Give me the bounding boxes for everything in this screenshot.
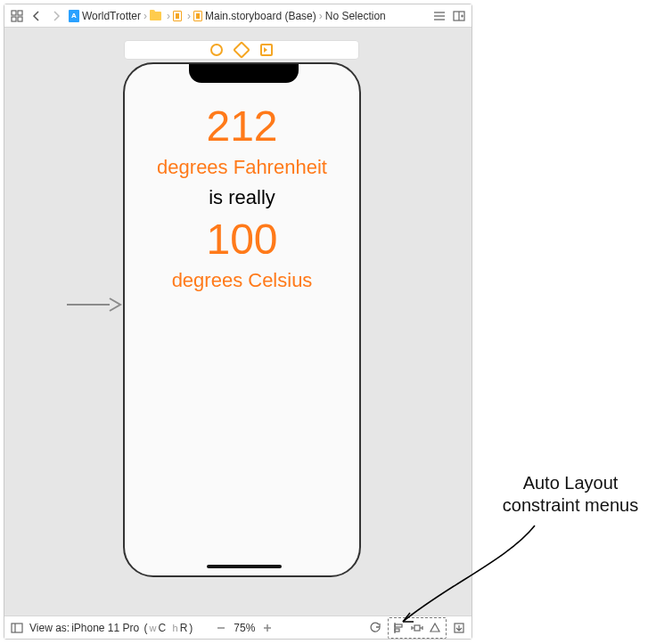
refresh-icon bbox=[369, 622, 381, 634]
svg-rect-0 bbox=[12, 11, 16, 15]
grid-icon bbox=[11, 10, 23, 22]
storyboard-icon bbox=[193, 11, 202, 21]
callout-line-1: Auto Layout bbox=[523, 473, 619, 493]
pin-menu-button[interactable] bbox=[408, 619, 426, 637]
breadcrumb-label: No Selection bbox=[325, 10, 386, 22]
is-really-label[interactable]: is really bbox=[209, 186, 275, 209]
plus-icon bbox=[262, 623, 273, 633]
size-class-w: C bbox=[159, 622, 167, 634]
related-items-button[interactable] bbox=[8, 7, 26, 25]
zoom-in-button[interactable] bbox=[258, 619, 276, 637]
breadcrumb-project[interactable]: WorldTrotter bbox=[67, 10, 143, 22]
nav-back-button[interactable] bbox=[28, 7, 45, 25]
lines-icon bbox=[433, 11, 446, 21]
celsius-unit-label[interactable]: degrees Celsius bbox=[172, 269, 313, 292]
project-icon bbox=[69, 10, 79, 22]
svg-rect-20 bbox=[414, 625, 420, 631]
svg-rect-17 bbox=[395, 624, 402, 627]
resolve-icon bbox=[429, 622, 441, 634]
add-editor-button[interactable] bbox=[450, 7, 468, 25]
view-as-control[interactable]: View as: iPhone 11 Pro ( w C h R ) bbox=[29, 622, 193, 634]
svg-rect-12 bbox=[12, 624, 22, 632]
breadcrumb-label: Main.storyboard (Base) bbox=[205, 10, 316, 22]
svg-rect-2 bbox=[12, 17, 16, 21]
breadcrumb-selection[interactable]: No Selection bbox=[324, 10, 388, 22]
resolve-issues-button[interactable] bbox=[426, 619, 444, 637]
fahrenheit-unit-label[interactable]: degrees Fahrenheit bbox=[157, 156, 327, 179]
split-icon bbox=[453, 11, 465, 21]
minus-icon bbox=[216, 623, 226, 633]
zoom-level-label[interactable]: 75% bbox=[234, 622, 255, 634]
view-controller-icon[interactable] bbox=[210, 44, 223, 56]
embed-in-button[interactable] bbox=[450, 619, 468, 637]
folder-icon bbox=[150, 12, 161, 20]
scene-content: 212 degrees Fahrenheit is really 100 deg… bbox=[125, 103, 359, 292]
device-name: iPhone 11 Pro bbox=[71, 622, 139, 634]
size-class-h-prefix: h bbox=[173, 623, 178, 633]
size-class-w-prefix: w bbox=[150, 623, 157, 633]
celsius-value-label[interactable]: 100 bbox=[206, 216, 277, 264]
breadcrumb-file-1[interactable] bbox=[171, 11, 186, 21]
storyboard-canvas[interactable]: 212 degrees Fahrenheit is really 100 deg… bbox=[4, 28, 472, 615]
home-indicator bbox=[207, 565, 282, 568]
breadcrumb: WorldTrotter › › › Main.storyboard (Base… bbox=[67, 10, 429, 22]
update-frames-button[interactable] bbox=[366, 619, 384, 637]
fahrenheit-value-label[interactable]: 212 bbox=[206, 103, 277, 151]
callout-line-2: constraint menus bbox=[503, 495, 638, 515]
document-outline-toggle[interactable] bbox=[8, 619, 26, 637]
first-responder-icon[interactable] bbox=[235, 44, 248, 56]
jump-bar-tools bbox=[430, 7, 468, 25]
breadcrumb-folder[interactable] bbox=[148, 12, 166, 20]
svg-rect-3 bbox=[18, 17, 22, 21]
svg-rect-1 bbox=[18, 11, 22, 15]
nav-forward-button[interactable] bbox=[47, 7, 65, 25]
size-class-h: R bbox=[180, 622, 188, 634]
view-as-prefix: View as: bbox=[29, 622, 70, 634]
zoom-out-button[interactable] bbox=[212, 619, 230, 637]
chevron-right-icon bbox=[52, 11, 61, 21]
scene-dock[interactable] bbox=[124, 40, 359, 60]
embed-icon bbox=[453, 622, 465, 634]
breadcrumb-label: WorldTrotter bbox=[82, 10, 141, 22]
svg-rect-18 bbox=[395, 629, 399, 632]
align-menu-button[interactable] bbox=[390, 619, 408, 637]
callout-label: Auto Layout constraint menus bbox=[490, 472, 651, 517]
storyboard-icon bbox=[173, 11, 182, 21]
auto-layout-menus bbox=[388, 617, 447, 639]
chevron-left-icon bbox=[32, 11, 41, 21]
jump-bar: WorldTrotter › › › Main.storyboard (Base… bbox=[4, 4, 472, 28]
pin-icon bbox=[411, 622, 423, 634]
outline-icon bbox=[11, 623, 23, 633]
device-notch bbox=[189, 64, 299, 83]
initial-view-controller-arrow[interactable] bbox=[65, 295, 122, 318]
device-frame[interactable]: 212 degrees Fahrenheit is really 100 deg… bbox=[123, 62, 361, 577]
interface-builder-pane: WorldTrotter › › › Main.storyboard (Base… bbox=[4, 4, 472, 640]
canvas-bottom-bar: View as: iPhone 11 Pro ( w C h R ) 75% bbox=[4, 615, 472, 639]
breadcrumb-file-2[interactable]: Main.storyboard (Base) bbox=[192, 10, 318, 22]
exit-icon[interactable] bbox=[260, 44, 273, 56]
align-icon bbox=[393, 622, 406, 634]
adjust-editor-button[interactable] bbox=[430, 7, 448, 25]
